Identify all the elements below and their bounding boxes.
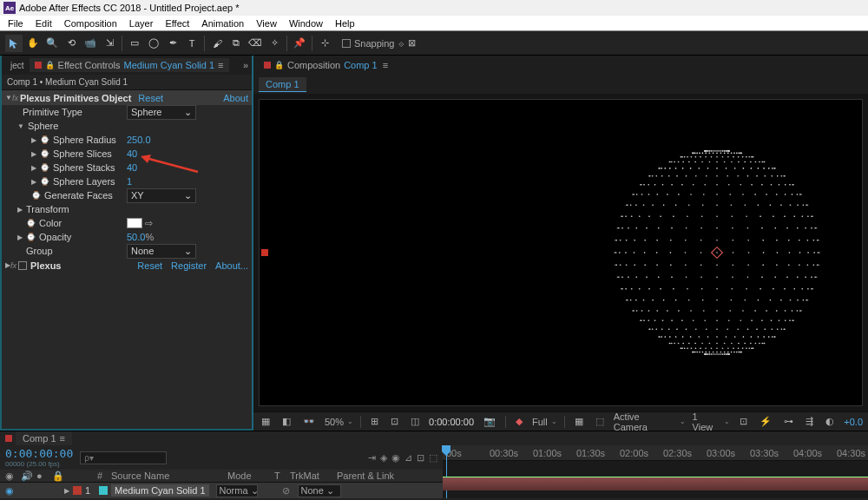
effect-controls-tab[interactable]: 🔒 Effect Controls Medium Cyan Solid 1 ≡ [30,58,229,72]
prop-sphere-group[interactable]: ▼Sphere [2,119,252,133]
sphere-radius-value[interactable]: 250.0 [127,135,151,145]
panel-menu-icon[interactable]: ≡ [60,433,65,444]
selection-tool[interactable] [5,35,23,52]
eraser-tool[interactable]: ⌫ [247,35,264,52]
stopwatch-icon[interactable]: ⌚ [40,163,49,172]
frame-blend-icon[interactable]: ◈ [380,452,387,464]
menu-effect[interactable]: Effect [159,18,195,29]
col-solo-icon[interactable]: ● [36,470,49,481]
type-tool[interactable]: T [183,35,201,52]
reset-link[interactable]: Reset [137,260,162,271]
register-link[interactable]: Register [171,260,207,271]
layer-twirl-icon[interactable]: ▶ [64,487,69,495]
pixel-aspect-icon[interactable]: ⊡ [737,416,750,427]
layer-name[interactable]: Medium Cyan Solid 1 [111,484,209,497]
panel-overflow-icon[interactable]: » [243,60,248,70]
clone-tool[interactable]: ⧉ [227,35,245,52]
zoom-tool[interactable]: 🔍 [43,35,61,52]
trkmat-dropdown[interactable]: None⌄ [298,484,341,497]
3d-view-icon[interactable]: ⬚ [593,416,607,427]
roi-icon[interactable]: ◫ [408,416,422,427]
motion-blur-icon[interactable]: ◉ [391,452,400,464]
view-layout-dropdown[interactable]: 1 View⌄ [693,411,731,432]
primitive-type-dropdown[interactable]: Sphere⌄ [127,105,196,120]
zoom-dropdown[interactable]: 50%⌄ [325,417,353,427]
rotation-tool[interactable]: 📹 [82,35,99,52]
puppet-tool[interactable]: 📌 [291,35,308,52]
opacity-value[interactable]: 50.0% [127,232,154,242]
timeline-tab[interactable]: Comp 1 ≡ [16,431,72,445]
snapping-toggle[interactable]: Snapping ⟐ ⊠ [342,37,416,49]
stopwatch-icon[interactable]: ⌚ [40,149,49,158]
stopwatch-icon[interactable]: ⌚ [40,135,49,144]
generate-faces-dropdown[interactable]: XY⌄ [127,188,196,203]
unified-camera-tool[interactable]: ⇲ [101,35,118,52]
link-icon[interactable]: ⊘ [282,485,294,497]
panel-menu-icon[interactable]: ≡ [218,60,223,70]
snap-extra-icon[interactable]: ⟐ [398,38,404,49]
composition-viewer[interactable] [259,99,863,406]
stopwatch-icon[interactable]: ⌚ [26,219,36,227]
effect-plexus-primitives[interactable]: ▼ fx Plexus Primitives Object Reset Abou… [2,90,252,105]
local-axis-icon[interactable]: ⊹ [316,35,333,52]
render-toggle-icon[interactable]: ⬚ [429,452,437,464]
grid-icon[interactable]: ⊞ [368,416,381,427]
pen-tool[interactable]: ✒ [164,35,181,52]
prop-transform-group[interactable]: ▶Transform [2,202,252,216]
reset-exposure-icon[interactable]: ◐ [823,416,837,427]
shy-toggle-icon[interactable]: ⇥ [368,452,376,464]
effect-plexus[interactable]: ▶ fx Plexus Reset Register About... [2,258,252,273]
selection-handle[interactable] [261,249,268,256]
panel-menu-icon[interactable]: ≡ [383,60,388,70]
current-time[interactable]: 0:00:00:00 [429,417,474,427]
menu-layer[interactable]: Layer [123,18,160,29]
about-link[interactable]: About [223,93,248,103]
group-dropdown[interactable]: None⌄ [127,244,196,259]
guides-icon[interactable]: ⊡ [388,416,401,427]
3d-toggle-icon[interactable]: 👓 [300,416,318,427]
sphere-stacks-value[interactable]: 40 [127,162,137,173]
lock-icon[interactable]: 🔒 [45,61,55,69]
col-visibility-icon[interactable]: ◉ [5,470,17,482]
snapshot-icon[interactable]: 📷 [481,416,498,427]
menu-view[interactable]: View [250,18,283,29]
project-tab-clipped[interactable]: ject [5,59,30,72]
menu-help[interactable]: Help [329,18,361,29]
time-ruler[interactable]: 00s 00:30s 01:00s 01:30s 02:00s 02:30s 0… [443,445,868,461]
resolution-dropdown[interactable]: Full⌄ [532,417,557,427]
sphere-slices-value[interactable]: 40 [127,148,137,159]
graph-editor-icon[interactable]: ⊿ [404,452,412,464]
orbit-tool[interactable]: ⟲ [62,35,80,52]
fast-preview-icon[interactable]: ⚡ [757,416,774,427]
transparency-grid-icon[interactable]: ▦ [572,416,586,427]
snap-align-icon[interactable]: ⊠ [408,37,416,49]
menu-window[interactable]: Window [283,18,329,29]
channel-icon[interactable]: ◆ [513,416,525,427]
current-timecode[interactable]: 0:00:00:00 [5,447,73,460]
timeline-icon[interactable]: ⊶ [781,416,796,427]
eyedropper-icon[interactable]: ⇨ [145,218,153,229]
twirl-icon[interactable]: ▼ [5,94,12,102]
stopwatch-icon[interactable]: ⌚ [31,191,41,200]
rectangle-tool[interactable]: ▭ [126,35,143,52]
camera-dropdown[interactable]: Active Camera⌄ [614,411,686,432]
flowchart-icon[interactable]: ⇶ [803,416,816,427]
menu-composition[interactable]: Composition [58,18,123,29]
draft-3d-icon[interactable]: ⊡ [417,452,424,464]
lock-icon[interactable]: 🔒 [274,61,284,69]
effect-enable-checkbox[interactable] [18,261,27,270]
menu-edit[interactable]: Edit [30,18,58,29]
comp-tab[interactable]: Comp 1 [259,77,306,92]
timeline-track-area[interactable]: 00s 00:30s 01:00s 01:30s 02:00s 02:30s 0… [443,445,868,498]
visibility-eye-icon[interactable]: ◉ [5,485,17,497]
color-swatch[interactable] [127,218,142,228]
col-lock-icon[interactable]: 🔒 [52,470,64,482]
timeline-layer-row[interactable]: ◉ ▶ 1 Medium Cyan Solid 1 Norma⌄ ⊘ None⌄ [0,483,443,498]
mask-toggle-icon[interactable]: ◧ [279,416,293,427]
about-link[interactable]: About... [215,260,248,271]
alpha-toggle-icon[interactable]: ▦ [259,416,273,427]
brush-tool[interactable]: 🖌 [208,35,226,52]
hand-tool[interactable]: ✋ [24,35,42,52]
stopwatch-icon[interactable]: ⌚ [40,177,49,186]
reset-link[interactable]: Reset [138,93,163,103]
